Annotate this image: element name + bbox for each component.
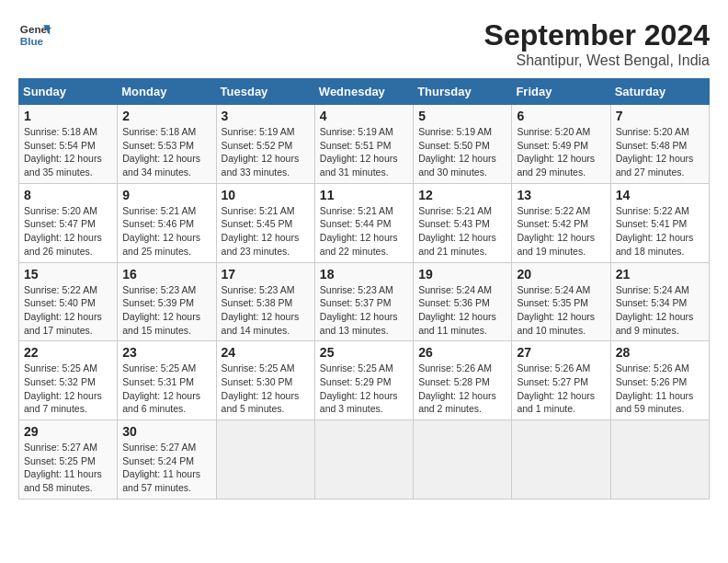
day-info: Sunrise: 5:21 AM Sunset: 5:44 PM Dayligh… — [320, 204, 408, 259]
day-info: Sunrise: 5:20 AM Sunset: 5:47 PM Dayligh… — [24, 204, 112, 259]
day-number: 5 — [418, 109, 506, 123]
logo-icon: General Blue — [18, 18, 51, 52]
day-number: 13 — [517, 188, 605, 202]
day-number: 1 — [24, 109, 112, 123]
day-info: Sunrise: 5:19 AM Sunset: 5:50 PM Dayligh… — [418, 125, 506, 179]
day-number: 18 — [320, 267, 408, 282]
calendar-cell — [610, 420, 709, 500]
calendar-cell: 27Sunrise: 5:26 AM Sunset: 5:27 PM Dayli… — [512, 341, 610, 420]
day-number: 28 — [616, 345, 704, 360]
calendar-week-row: 22Sunrise: 5:25 AM Sunset: 5:32 PM Dayli… — [19, 341, 710, 420]
weekday-header: Monday — [118, 79, 216, 105]
day-number: 23 — [122, 345, 210, 360]
calendar-cell: 23Sunrise: 5:25 AM Sunset: 5:31 PM Dayli… — [118, 341, 216, 420]
day-number: 17 — [222, 267, 310, 282]
calendar-cell: 19Sunrise: 5:24 AM Sunset: 5:36 PM Dayli… — [414, 262, 512, 341]
day-info: Sunrise: 5:19 AM Sunset: 5:52 PM Dayligh… — [222, 125, 310, 179]
calendar-cell: 24Sunrise: 5:25 AM Sunset: 5:30 PM Dayli… — [216, 341, 314, 420]
day-number: 16 — [122, 267, 210, 282]
day-info: Sunrise: 5:23 AM Sunset: 5:37 PM Dayligh… — [320, 283, 408, 338]
calendar-cell: 7Sunrise: 5:20 AM Sunset: 5:48 PM Daylig… — [610, 105, 709, 184]
calendar-cell — [216, 420, 314, 500]
calendar-week-row: 15Sunrise: 5:22 AM Sunset: 5:40 PM Dayli… — [19, 262, 710, 341]
calendar-cell: 6Sunrise: 5:20 AM Sunset: 5:49 PM Daylig… — [512, 105, 610, 184]
day-number: 19 — [418, 267, 506, 282]
calendar-cell: 4Sunrise: 5:19 AM Sunset: 5:51 PM Daylig… — [314, 105, 413, 184]
calendar-cell: 29Sunrise: 5:27 AM Sunset: 5:25 PM Dayli… — [19, 420, 118, 500]
day-number: 7 — [616, 109, 704, 123]
calendar-cell: 30Sunrise: 5:27 AM Sunset: 5:24 PM Dayli… — [118, 420, 216, 500]
day-info: Sunrise: 5:27 AM Sunset: 5:25 PM Dayligh… — [24, 441, 112, 495]
day-number: 25 — [320, 345, 408, 360]
calendar-header: SundayMondayTuesdayWednesdayThursdayFrid… — [19, 79, 710, 105]
calendar-cell: 22Sunrise: 5:25 AM Sunset: 5:32 PM Dayli… — [19, 341, 118, 420]
calendar-table: SundayMondayTuesdayWednesdayThursdayFrid… — [18, 78, 710, 500]
calendar-cell: 28Sunrise: 5:26 AM Sunset: 5:26 PM Dayli… — [610, 341, 709, 420]
day-info: Sunrise: 5:21 AM Sunset: 5:46 PM Dayligh… — [122, 204, 210, 259]
day-number: 30 — [122, 424, 210, 439]
day-info: Sunrise: 5:22 AM Sunset: 5:42 PM Dayligh… — [517, 204, 605, 259]
calendar-cell: 14Sunrise: 5:22 AM Sunset: 5:41 PM Dayli… — [610, 183, 709, 262]
day-info: Sunrise: 5:21 AM Sunset: 5:45 PM Dayligh… — [222, 204, 310, 259]
day-info: Sunrise: 5:18 AM Sunset: 5:54 PM Dayligh… — [24, 125, 112, 179]
calendar-cell: 26Sunrise: 5:26 AM Sunset: 5:28 PM Dayli… — [414, 341, 512, 420]
month-title: September 2024 — [484, 18, 710, 52]
day-info: Sunrise: 5:25 AM Sunset: 5:32 PM Dayligh… — [24, 362, 112, 416]
day-info: Sunrise: 5:25 AM Sunset: 5:30 PM Dayligh… — [222, 362, 310, 416]
day-info: Sunrise: 5:18 AM Sunset: 5:53 PM Dayligh… — [122, 125, 210, 179]
day-info: Sunrise: 5:26 AM Sunset: 5:27 PM Dayligh… — [517, 362, 605, 416]
day-info: Sunrise: 5:25 AM Sunset: 5:31 PM Dayligh… — [122, 362, 210, 416]
calendar-cell: 18Sunrise: 5:23 AM Sunset: 5:37 PM Dayli… — [314, 262, 413, 341]
calendar-cell: 11Sunrise: 5:21 AM Sunset: 5:44 PM Dayli… — [314, 183, 413, 262]
calendar-cell: 20Sunrise: 5:24 AM Sunset: 5:35 PM Dayli… — [512, 262, 610, 341]
day-info: Sunrise: 5:26 AM Sunset: 5:28 PM Dayligh… — [418, 362, 506, 416]
weekday-header: Tuesday — [216, 79, 314, 105]
day-number: 22 — [24, 345, 112, 360]
day-info: Sunrise: 5:27 AM Sunset: 5:24 PM Dayligh… — [122, 441, 210, 495]
day-info: Sunrise: 5:24 AM Sunset: 5:35 PM Dayligh… — [517, 283, 605, 338]
day-number: 26 — [418, 345, 506, 360]
day-number: 10 — [222, 188, 310, 202]
weekday-header: Saturday — [610, 79, 709, 105]
calendar-cell: 5Sunrise: 5:19 AM Sunset: 5:50 PM Daylig… — [414, 105, 512, 184]
day-number: 24 — [222, 345, 310, 360]
day-number: 21 — [616, 267, 704, 282]
calendar-cell: 2Sunrise: 5:18 AM Sunset: 5:53 PM Daylig… — [118, 105, 216, 184]
weekday-header: Sunday — [19, 79, 118, 105]
day-number: 6 — [517, 109, 605, 123]
calendar-cell: 21Sunrise: 5:24 AM Sunset: 5:34 PM Dayli… — [610, 262, 709, 341]
day-number: 27 — [517, 345, 605, 360]
calendar-week-row: 1Sunrise: 5:18 AM Sunset: 5:54 PM Daylig… — [19, 105, 710, 184]
day-info: Sunrise: 5:23 AM Sunset: 5:39 PM Dayligh… — [122, 283, 210, 338]
svg-text:Blue: Blue — [20, 35, 44, 47]
calendar-cell: 25Sunrise: 5:25 AM Sunset: 5:29 PM Dayli… — [314, 341, 413, 420]
calendar-cell: 8Sunrise: 5:20 AM Sunset: 5:47 PM Daylig… — [19, 183, 118, 262]
day-info: Sunrise: 5:25 AM Sunset: 5:29 PM Dayligh… — [320, 362, 408, 416]
day-number: 2 — [122, 109, 210, 123]
day-info: Sunrise: 5:26 AM Sunset: 5:26 PM Dayligh… — [616, 362, 704, 416]
calendar-cell: 3Sunrise: 5:19 AM Sunset: 5:52 PM Daylig… — [216, 105, 314, 184]
calendar-cell: 15Sunrise: 5:22 AM Sunset: 5:40 PM Dayli… — [19, 262, 118, 341]
day-info: Sunrise: 5:22 AM Sunset: 5:41 PM Dayligh… — [616, 204, 704, 259]
day-info: Sunrise: 5:23 AM Sunset: 5:38 PM Dayligh… — [222, 283, 310, 338]
calendar-cell: 12Sunrise: 5:21 AM Sunset: 5:43 PM Dayli… — [414, 183, 512, 262]
day-info: Sunrise: 5:19 AM Sunset: 5:51 PM Dayligh… — [320, 125, 408, 179]
day-number: 8 — [24, 188, 112, 202]
calendar-cell: 13Sunrise: 5:22 AM Sunset: 5:42 PM Dayli… — [512, 183, 610, 262]
logo: General Blue — [18, 18, 51, 52]
day-number: 11 — [320, 188, 408, 202]
calendar-cell — [414, 420, 512, 500]
day-number: 9 — [122, 188, 210, 202]
weekday-header: Friday — [512, 79, 610, 105]
calendar-cell: 9Sunrise: 5:21 AM Sunset: 5:46 PM Daylig… — [118, 183, 216, 262]
calendar-cell: 17Sunrise: 5:23 AM Sunset: 5:38 PM Dayli… — [216, 262, 314, 341]
title-area: September 2024 Shantipur, West Bengal, I… — [484, 18, 710, 69]
page-header: General Blue September 2024 Shantipur, W… — [18, 18, 710, 69]
day-number: 15 — [24, 267, 112, 282]
calendar-cell — [314, 420, 413, 500]
calendar-week-row: 29Sunrise: 5:27 AM Sunset: 5:25 PM Dayli… — [19, 420, 710, 500]
day-info: Sunrise: 5:20 AM Sunset: 5:49 PM Dayligh… — [517, 125, 605, 179]
day-info: Sunrise: 5:20 AM Sunset: 5:48 PM Dayligh… — [616, 125, 704, 179]
calendar-cell: 10Sunrise: 5:21 AM Sunset: 5:45 PM Dayli… — [216, 183, 314, 262]
calendar-cell: 16Sunrise: 5:23 AM Sunset: 5:39 PM Dayli… — [118, 262, 216, 341]
